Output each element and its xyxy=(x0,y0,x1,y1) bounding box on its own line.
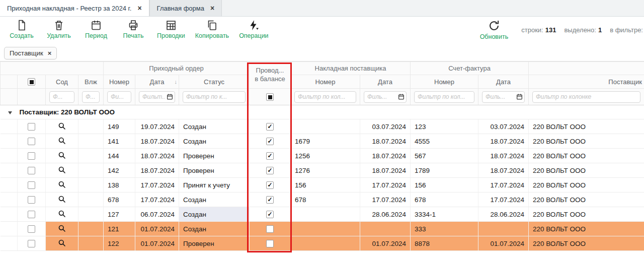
in-balance-checkbox[interactable] xyxy=(266,181,274,189)
column-header-status[interactable]: Статус xyxy=(179,75,250,89)
in-balance-cell[interactable] xyxy=(250,134,291,149)
row-select-cell[interactable] xyxy=(18,134,46,149)
calendar-icon[interactable] xyxy=(516,94,523,100)
tab-close-icon[interactable]: × xyxy=(137,5,141,12)
row-select-cell[interactable] xyxy=(18,207,46,222)
row-checkbox[interactable] xyxy=(28,240,35,247)
sort-descending-icon[interactable]: ↓ xyxy=(175,79,178,85)
table-row[interactable]: 121 01.07.2024 Создан 333 220 ВОЛЬТ ООО xyxy=(1,222,644,236)
row-checkbox[interactable] xyxy=(28,123,35,131)
in-balance-checkbox[interactable] xyxy=(266,138,274,145)
table-row[interactable]: 141 18.07.2024 Создан 1679 18.07.2024 45… xyxy=(1,134,644,149)
calendar-icon[interactable] xyxy=(167,94,173,100)
filter-input-status[interactable] xyxy=(183,91,246,103)
in-balance-checkbox[interactable] xyxy=(266,196,274,204)
filter-input-sod[interactable] xyxy=(49,91,74,103)
in-balance-checkbox[interactable] xyxy=(266,225,274,233)
filter-checkbox-in-balance[interactable] xyxy=(266,93,274,101)
column-header-invoice-number[interactable]: Номер xyxy=(291,75,360,89)
row-select-cell[interactable] xyxy=(18,149,46,163)
collapse-triangle-icon[interactable] xyxy=(8,111,12,114)
row-content-cell[interactable] xyxy=(46,178,78,193)
in-balance-checkbox[interactable] xyxy=(266,167,274,174)
row-checkbox[interactable] xyxy=(28,138,35,145)
row-checkbox[interactable] xyxy=(28,211,35,218)
table-row[interactable]: 122 01.07.2024 Проверен 01.07.2024 8878 … xyxy=(1,236,644,251)
column-header-order-date[interactable]: Дата ↓ xyxy=(135,75,179,89)
column-header-in-balance[interactable]: Провод... в балансе xyxy=(250,62,291,89)
tab-incoming-invoice-register[interactable]: Приходная накладная - Реестр за 2024 г. … xyxy=(0,0,149,16)
in-balance-cell[interactable] xyxy=(250,119,291,134)
select-all-checkbox-header[interactable] xyxy=(18,75,46,89)
table-row[interactable]: 144 18.07.2024 Проверен 1256 18.07.2024 … xyxy=(1,149,644,163)
create-button[interactable]: Создать xyxy=(8,19,35,39)
row-select-cell[interactable] xyxy=(18,178,46,193)
column-header-order-number[interactable]: Номер xyxy=(104,75,135,89)
table-row[interactable]: 149 19.07.2024 Создан 03.07.2024 123 03.… xyxy=(1,119,644,134)
in-balance-cell[interactable] xyxy=(250,207,291,222)
print-button[interactable]: Печать xyxy=(120,19,147,39)
row-content-cell[interactable] xyxy=(46,163,78,178)
column-header-vlozh[interactable]: Влж xyxy=(78,75,104,89)
in-balance-cell[interactable] xyxy=(250,193,291,207)
column-header-facture-number[interactable]: Номер xyxy=(411,75,478,89)
table-row[interactable]: 678 17.07.2024 Создан 678 17.07.2024 678… xyxy=(1,193,644,207)
magnifier-icon[interactable] xyxy=(58,166,66,175)
magnifier-icon[interactable] xyxy=(58,180,66,190)
filter-input-facture-number[interactable] xyxy=(414,91,474,103)
in-balance-cell[interactable] xyxy=(250,149,291,163)
tab-close-icon[interactable]: × xyxy=(210,5,214,12)
magnifier-icon[interactable] xyxy=(58,151,66,161)
row-checkbox[interactable] xyxy=(28,167,35,174)
row-select-cell[interactable] xyxy=(18,222,46,236)
calendar-icon[interactable] xyxy=(398,94,405,100)
in-balance-cell[interactable] xyxy=(250,163,291,178)
in-balance-cell[interactable] xyxy=(250,178,291,193)
in-balance-checkbox[interactable] xyxy=(266,211,274,218)
filter-input-vlozh[interactable] xyxy=(82,91,100,103)
magnifier-icon[interactable] xyxy=(58,195,66,205)
row-content-cell[interactable] xyxy=(46,119,78,134)
copy-button[interactable]: Копировать xyxy=(195,19,229,39)
in-balance-checkbox[interactable] xyxy=(266,240,274,247)
row-checkbox[interactable] xyxy=(28,152,35,160)
filter-chip-supplier[interactable]: Поставщик × xyxy=(4,47,57,59)
row-checkbox[interactable] xyxy=(28,181,35,189)
postings-button[interactable]: Проводки xyxy=(157,19,185,39)
row-select-cell[interactable] xyxy=(18,236,46,251)
column-header-facture-date[interactable]: Дата xyxy=(478,75,529,89)
row-checkbox[interactable] xyxy=(28,225,35,233)
magnifier-icon[interactable] xyxy=(58,122,66,132)
row-select-cell[interactable] xyxy=(18,119,46,134)
refresh-button[interactable]: Обновить xyxy=(480,19,509,40)
period-button[interactable]: Период xyxy=(83,19,110,39)
row-content-cell[interactable] xyxy=(46,149,78,163)
column-header-sod[interactable]: Сод xyxy=(46,75,78,89)
row-content-cell[interactable] xyxy=(46,193,78,207)
magnifier-icon[interactable] xyxy=(58,224,66,234)
in-balance-checkbox[interactable] xyxy=(266,123,274,131)
row-select-cell[interactable] xyxy=(18,193,46,207)
delete-button[interactable]: Удалить xyxy=(45,19,72,39)
row-content-cell[interactable] xyxy=(46,222,78,236)
table-row[interactable]: 142 18.07.2024 Проверен 1276 18.07.2024 … xyxy=(1,163,644,178)
group-row-supplier[interactable]: Поставщик: 220 ВОЛЬТ ООО xyxy=(1,105,644,119)
row-content-cell[interactable] xyxy=(46,236,78,251)
magnifier-icon[interactable] xyxy=(58,210,66,219)
operations-button[interactable]: Операции xyxy=(239,19,268,39)
table-row[interactable]: 127 06.07.2024 Создан 28.06.2024 3334-1 … xyxy=(1,207,644,222)
column-header-supplier[interactable]: Поставщик xyxy=(529,75,644,89)
filter-input-supplier[interactable] xyxy=(532,91,640,103)
row-select-cell[interactable] xyxy=(18,163,46,178)
tab-main-form[interactable]: Главная форма × xyxy=(149,0,222,16)
magnifier-icon[interactable] xyxy=(58,239,66,248)
filter-input-order-number[interactable] xyxy=(107,91,131,103)
table-row[interactable]: 138 17.07.2024 Принят к учету 156 17.07.… xyxy=(1,178,644,193)
in-balance-checkbox[interactable] xyxy=(266,152,274,160)
row-checkbox[interactable] xyxy=(28,196,35,204)
magnifier-icon[interactable] xyxy=(58,137,66,146)
row-content-cell[interactable] xyxy=(46,134,78,149)
select-all-checkbox[interactable] xyxy=(28,78,35,86)
filter-chip-close-icon[interactable]: × xyxy=(48,50,52,56)
column-header-invoice-date[interactable]: Дата xyxy=(360,75,411,89)
